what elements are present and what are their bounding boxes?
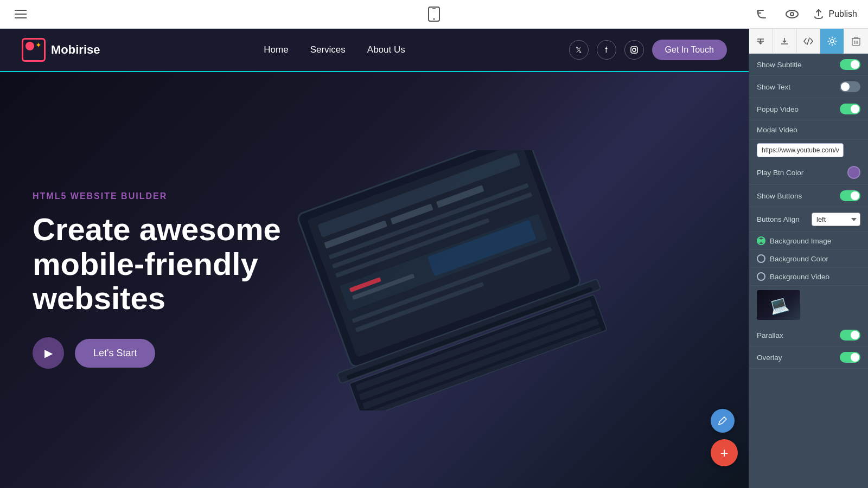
parallax-label: Parallax (757, 331, 783, 339)
overlay-toggle[interactable] (840, 352, 860, 363)
modal-video-input[interactable] (757, 143, 844, 157)
panel-row-play-btn-color: Play Btn Color (749, 160, 868, 185)
toolbar-left (11, 4, 30, 24)
top-toolbar: Publish (0, 0, 868, 29)
instagram-icon[interactable] (624, 40, 644, 60)
svg-point-7 (633, 48, 636, 52)
panel-row-buttons-align: Buttons Align left center right (749, 207, 868, 232)
svg-rect-6 (631, 47, 637, 53)
bg-color-radio[interactable] (757, 254, 765, 263)
fab-container: + (711, 409, 738, 466)
sort-icon (756, 37, 765, 46)
bg-video-label: Background Video (770, 273, 829, 281)
panel-content[interactable]: Show Subtitle Show Text Popup Video (749, 54, 868, 488)
parallax-toggle[interactable] (840, 330, 860, 341)
panel-sort-button[interactable] (749, 29, 773, 54)
nav-link-services[interactable]: Services (310, 44, 346, 55)
svg-point-3 (786, 10, 798, 18)
show-subtitle-toggle[interactable] (840, 59, 860, 70)
panel-row-show-text: Show Text (749, 76, 868, 98)
toggle-knob (851, 331, 859, 339)
toolbar-right: Publish (752, 4, 857, 24)
trash-icon (852, 36, 860, 46)
show-buttons-toggle[interactable] (840, 190, 860, 201)
publish-button[interactable]: Publish (813, 8, 857, 20)
panel-row-show-buttons: Show Buttons (749, 185, 868, 207)
panel-row-show-subtitle: Show Subtitle (749, 54, 868, 76)
lets-start-button[interactable]: Let's Start (75, 339, 155, 368)
site-navbar: Mobirise Home Services About Us 𝕏 f Get … (0, 29, 749, 72)
panel-toolbar (749, 29, 868, 54)
instagram-svg (630, 46, 638, 54)
phone-icon (428, 7, 440, 22)
hero-subtitle: HTML5 WEBSITE BUILDER (33, 191, 331, 201)
bg-image-label: Background Image (770, 237, 831, 245)
right-panel: Show Subtitle Show Text Popup Video (749, 29, 868, 488)
overlay-label: Overlay (757, 354, 782, 362)
fab-edit-button[interactable] (711, 409, 735, 433)
publish-icon (813, 8, 825, 20)
get-in-touch-button[interactable]: Get In Touch (652, 40, 727, 60)
svg-line-36 (807, 38, 809, 44)
panel-delete-button[interactable] (844, 29, 868, 54)
eye-icon (786, 10, 799, 18)
hero-title: Create awesome mobile-friendly websites (33, 212, 331, 316)
nav-link-about[interactable]: About Us (367, 44, 405, 55)
download-icon (780, 37, 789, 46)
show-text-toggle[interactable] (840, 81, 860, 92)
site-logo: Mobirise (22, 38, 100, 62)
code-icon (803, 37, 813, 45)
hamburger-menu-button[interactable] (11, 4, 30, 24)
popup-video-toggle[interactable] (840, 104, 860, 114)
show-subtitle-label: Show Subtitle (757, 61, 802, 69)
undo-icon (756, 8, 768, 20)
buttons-align-select[interactable]: left center right (812, 213, 860, 226)
toggle-knob (851, 60, 859, 69)
panel-download-button[interactable] (773, 29, 797, 54)
undo-button[interactable] (752, 4, 771, 24)
preview-button[interactable] (782, 4, 802, 24)
svg-point-4 (790, 12, 794, 16)
panel-row-bg-image: Background Image (749, 232, 868, 250)
bg-color-label: Background Color (770, 255, 828, 263)
logo-text: Mobirise (51, 43, 100, 57)
nav-link-home[interactable]: Home (264, 44, 288, 55)
bg-thumbnail[interactable]: 💻 (757, 290, 800, 320)
main-area: Mobirise Home Services About Us 𝕏 f Get … (0, 29, 868, 488)
settings-icon (827, 36, 837, 46)
popup-video-label: Popup Video (757, 105, 799, 113)
play-button[interactable]: ▶ (33, 337, 64, 369)
nav-actions: 𝕏 f Get In Touch (569, 40, 727, 60)
modal-video-label: Modal Video (757, 126, 797, 134)
fab-add-button[interactable]: + (711, 439, 738, 466)
panel-row-bg-video: Background Video (749, 268, 868, 286)
svg-point-37 (831, 40, 834, 43)
hero-content: HTML5 WEBSITE BUILDER Create awesome mob… (33, 191, 331, 369)
publish-label: Publish (829, 9, 857, 19)
svg-point-1 (433, 18, 435, 20)
toggle-knob (851, 191, 859, 200)
play-icon: ▶ (44, 346, 53, 359)
panel-row-overlay: Overlay (749, 346, 868, 369)
hero-buttons: ▶ Let's Start (33, 337, 331, 369)
panel-settings-button[interactable] (820, 29, 844, 54)
toggle-knob (851, 105, 859, 113)
hero-section: HTML5 WEBSITE BUILDER Create awesome mob… (0, 72, 749, 488)
thumbnail-laptop-icon: 💻 (767, 294, 790, 316)
fab-add-icon: + (720, 445, 728, 461)
panel-code-button[interactable] (797, 29, 821, 54)
hero-title-line1: Create awesome (33, 211, 281, 247)
svg-point-8 (635, 48, 636, 49)
play-btn-color-label: Play Btn Color (757, 169, 803, 177)
bg-image-radio[interactable] (757, 236, 765, 245)
website-preview: Mobirise Home Services About Us 𝕏 f Get … (0, 29, 749, 488)
toggle-knob (851, 353, 859, 362)
twitter-icon[interactable]: 𝕏 (569, 40, 589, 60)
play-btn-color-swatch[interactable] (847, 166, 860, 179)
facebook-icon[interactable]: f (597, 40, 616, 60)
mobile-preview-button[interactable] (424, 4, 444, 24)
edit-pencil-icon (718, 416, 727, 426)
hamburger-icon (15, 10, 27, 18)
bg-video-radio[interactable] (757, 272, 765, 281)
bg-thumbnail-inner: 💻 (757, 290, 800, 320)
